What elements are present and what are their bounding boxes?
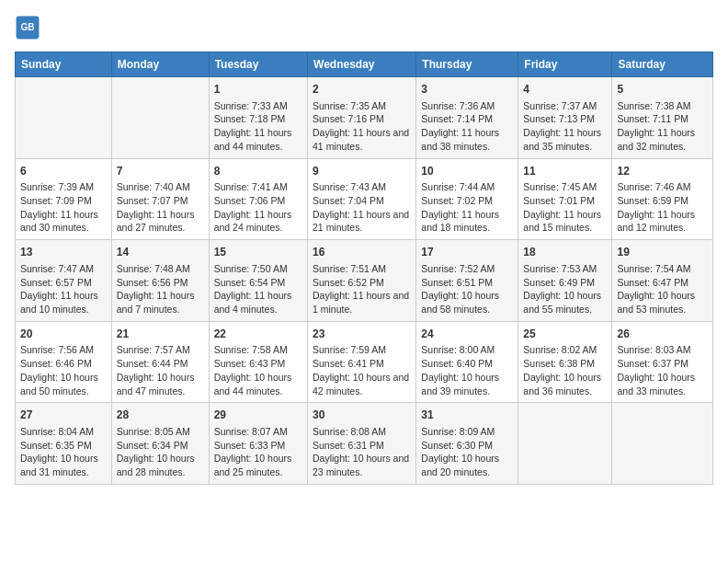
day-number: 1 [214,82,302,98]
day-info: Sunrise: 8:07 AM Sunset: 6:33 PM Dayligh… [214,425,302,479]
day-cell: 30Sunrise: 8:08 AM Sunset: 6:31 PM Dayli… [308,403,416,485]
day-cell: 7Sunrise: 7:40 AM Sunset: 7:07 PM Daylig… [111,158,209,240]
day-number: 16 [313,245,411,260]
day-number: 29 [214,408,302,423]
day-cell: 13Sunrise: 7:47 AM Sunset: 6:57 PM Dayli… [16,240,112,322]
day-cell [612,403,713,485]
day-cell: 6Sunrise: 7:39 AM Sunset: 7:09 PM Daylig… [16,158,112,240]
day-cell [111,77,209,159]
week-row-2: 6Sunrise: 7:39 AM Sunset: 7:09 PM Daylig… [16,158,713,240]
header-monday: Monday [111,52,209,77]
day-info: Sunrise: 7:45 AM Sunset: 7:01 PM Dayligh… [523,180,607,235]
day-number: 10 [421,164,513,179]
header-saturday: Saturday [612,52,713,77]
day-cell: 11Sunrise: 7:45 AM Sunset: 7:01 PM Dayli… [518,158,612,240]
logo: GB [15,15,44,40]
day-number: 20 [20,327,107,342]
day-info: Sunrise: 7:48 AM Sunset: 6:56 PM Dayligh… [117,262,204,316]
day-number: 26 [617,327,708,342]
day-number: 28 [117,408,204,423]
day-cell [16,77,112,159]
day-info: Sunrise: 7:56 AM Sunset: 6:46 PM Dayligh… [20,343,107,397]
day-info: Sunrise: 7:54 AM Sunset: 6:47 PM Dayligh… [617,262,708,316]
week-row-3: 13Sunrise: 7:47 AM Sunset: 6:57 PM Dayli… [16,240,713,322]
day-info: Sunrise: 7:57 AM Sunset: 6:44 PM Dayligh… [117,343,204,397]
day-number: 6 [20,164,107,179]
day-info: Sunrise: 8:02 AM Sunset: 6:38 PM Dayligh… [523,343,607,397]
week-row-1: 1Sunrise: 7:33 AM Sunset: 7:18 PM Daylig… [16,77,713,159]
day-info: Sunrise: 7:41 AM Sunset: 7:06 PM Dayligh… [214,180,302,235]
day-number: 11 [523,164,607,179]
day-number: 21 [117,327,204,342]
day-cell: 22Sunrise: 7:58 AM Sunset: 6:43 PM Dayli… [209,321,307,403]
day-info: Sunrise: 7:47 AM Sunset: 6:57 PM Dayligh… [20,262,107,316]
day-info: Sunrise: 7:50 AM Sunset: 6:54 PM Dayligh… [214,262,302,316]
day-info: Sunrise: 8:00 AM Sunset: 6:40 PM Dayligh… [421,343,513,397]
day-number: 5 [617,82,708,98]
day-number: 2 [313,82,411,98]
day-info: Sunrise: 7:53 AM Sunset: 6:49 PM Dayligh… [523,262,607,316]
day-info: Sunrise: 8:05 AM Sunset: 6:34 PM Dayligh… [117,425,204,479]
day-cell [518,403,612,485]
day-cell: 1Sunrise: 7:33 AM Sunset: 7:18 PM Daylig… [209,77,307,159]
day-info: Sunrise: 7:37 AM Sunset: 7:13 PM Dayligh… [523,99,607,154]
day-cell: 20Sunrise: 7:56 AM Sunset: 6:46 PM Dayli… [16,321,112,403]
week-row-5: 27Sunrise: 8:04 AM Sunset: 6:35 PM Dayli… [16,403,713,485]
day-number: 22 [214,327,302,342]
header-thursday: Thursday [416,52,518,77]
day-cell: 14Sunrise: 7:48 AM Sunset: 6:56 PM Dayli… [111,240,209,322]
day-cell: 26Sunrise: 8:03 AM Sunset: 6:37 PM Dayli… [612,321,713,403]
day-info: Sunrise: 7:35 AM Sunset: 7:16 PM Dayligh… [313,99,411,154]
day-cell: 31Sunrise: 8:09 AM Sunset: 6:30 PM Dayli… [416,403,518,485]
day-cell: 21Sunrise: 7:57 AM Sunset: 6:44 PM Dayli… [111,321,209,403]
day-number: 27 [20,408,107,423]
day-number: 30 [313,408,411,423]
day-info: Sunrise: 7:36 AM Sunset: 7:14 PM Dayligh… [421,99,513,154]
day-info: Sunrise: 7:52 AM Sunset: 6:51 PM Dayligh… [421,262,513,316]
day-cell: 24Sunrise: 8:00 AM Sunset: 6:40 PM Dayli… [416,321,518,403]
day-cell: 15Sunrise: 7:50 AM Sunset: 6:54 PM Dayli… [209,240,307,322]
day-cell: 19Sunrise: 7:54 AM Sunset: 6:47 PM Dayli… [612,240,713,322]
day-info: Sunrise: 7:59 AM Sunset: 6:41 PM Dayligh… [313,343,411,397]
day-info: Sunrise: 8:04 AM Sunset: 6:35 PM Dayligh… [20,425,107,479]
header-friday: Friday [518,52,612,77]
day-number: 31 [421,408,513,423]
day-cell: 25Sunrise: 8:02 AM Sunset: 6:38 PM Dayli… [518,321,612,403]
day-cell: 8Sunrise: 7:41 AM Sunset: 7:06 PM Daylig… [209,158,307,240]
day-cell: 12Sunrise: 7:46 AM Sunset: 6:59 PM Dayli… [612,158,713,240]
day-number: 15 [214,245,302,260]
day-number: 23 [313,327,411,342]
day-cell: 9Sunrise: 7:43 AM Sunset: 7:04 PM Daylig… [308,158,416,240]
day-cell: 27Sunrise: 8:04 AM Sunset: 6:35 PM Dayli… [16,403,112,485]
calendar-table: SundayMondayTuesdayWednesdayThursdayFrid… [15,52,713,485]
day-cell: 18Sunrise: 7:53 AM Sunset: 6:49 PM Dayli… [518,240,612,322]
day-cell: 29Sunrise: 8:07 AM Sunset: 6:33 PM Dayli… [209,403,307,485]
page-header: GB [15,15,713,40]
header-tuesday: Tuesday [209,52,307,77]
day-number: 8 [214,164,302,179]
day-info: Sunrise: 8:03 AM Sunset: 6:37 PM Dayligh… [617,343,708,397]
day-number: 3 [421,82,513,98]
day-cell: 3Sunrise: 7:36 AM Sunset: 7:14 PM Daylig… [416,77,518,159]
day-number: 14 [117,245,204,260]
day-cell: 5Sunrise: 7:38 AM Sunset: 7:11 PM Daylig… [612,77,713,159]
day-cell: 17Sunrise: 7:52 AM Sunset: 6:51 PM Dayli… [416,240,518,322]
day-info: Sunrise: 8:09 AM Sunset: 6:30 PM Dayligh… [421,425,513,479]
day-cell: 23Sunrise: 7:59 AM Sunset: 6:41 PM Dayli… [308,321,416,403]
day-info: Sunrise: 7:44 AM Sunset: 7:02 PM Dayligh… [421,180,513,235]
day-cell: 28Sunrise: 8:05 AM Sunset: 6:34 PM Dayli… [111,403,209,485]
day-info: Sunrise: 7:38 AM Sunset: 7:11 PM Dayligh… [617,99,708,154]
header-sunday: Sunday [16,52,112,77]
day-number: 9 [313,164,411,179]
day-number: 7 [117,164,204,179]
week-row-4: 20Sunrise: 7:56 AM Sunset: 6:46 PM Dayli… [16,321,713,403]
day-cell: 4Sunrise: 7:37 AM Sunset: 7:13 PM Daylig… [518,77,612,159]
day-info: Sunrise: 7:39 AM Sunset: 7:09 PM Dayligh… [20,180,107,235]
calendar-header-row: SundayMondayTuesdayWednesdayThursdayFrid… [16,52,713,77]
header-wednesday: Wednesday [308,52,416,77]
day-cell: 16Sunrise: 7:51 AM Sunset: 6:52 PM Dayli… [308,240,416,322]
day-number: 19 [617,245,708,260]
calendar-body: 1Sunrise: 7:33 AM Sunset: 7:18 PM Daylig… [16,77,713,485]
day-number: 18 [523,245,607,260]
day-number: 24 [421,327,513,342]
